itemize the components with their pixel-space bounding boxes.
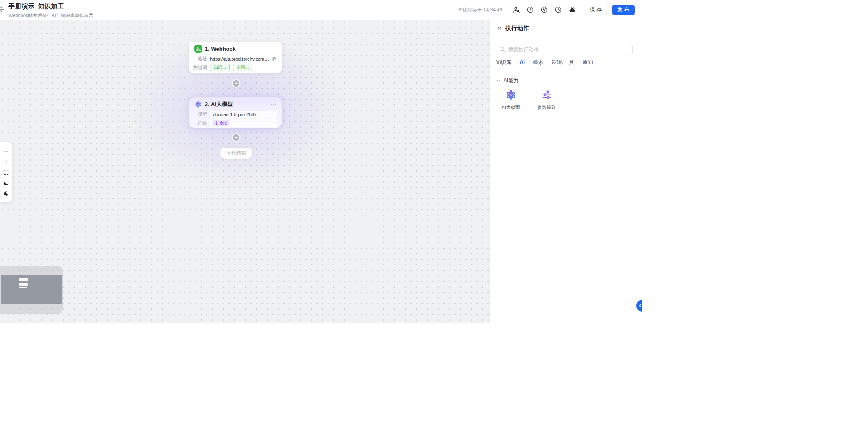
minimap-node xyxy=(19,278,28,281)
action-search[interactable] xyxy=(496,44,633,55)
action-item-label: 参数提取 xyxy=(537,104,556,111)
question-row: 问题 1. title xyxy=(189,119,277,127)
page-title: 手册演示_知识加工 xyxy=(8,3,93,11)
question-value: 1. title xyxy=(210,119,277,127)
svg-text:AI: AI xyxy=(197,103,199,106)
copy-icon[interactable] xyxy=(272,56,277,61)
zoom-in-icon[interactable] xyxy=(3,158,10,165)
tab-ai[interactable]: AI xyxy=(520,59,525,66)
version-icon[interactable] xyxy=(540,6,548,14)
node-header: 1. Webhook xyxy=(189,42,282,54)
zoom-out-icon[interactable] xyxy=(3,148,10,155)
action-item-ai-model[interactable]: AI AI大模型 xyxy=(496,87,525,112)
node-title: 2. AI大模型 xyxy=(205,101,268,108)
action-item-list: AI AI大模型 参数提取 xyxy=(496,87,561,112)
keyword-label: 关键词 xyxy=(189,64,207,71)
address-row: 地址 https://ais.prod.torchv.com/kb/web... xyxy=(189,55,277,62)
close-icon[interactable] xyxy=(496,25,502,31)
save-button[interactable]: 保 存 xyxy=(584,5,608,15)
model-label: 模型 xyxy=(189,111,207,117)
action-item-parameter-extract[interactable]: 参数提取 xyxy=(532,87,561,112)
workflow-editor-window: 手册演示_知识加工 Webhook触发后执行AI与知识库动作演示 草稿保存于 1… xyxy=(0,0,642,323)
fit-view-icon[interactable] xyxy=(3,169,10,176)
keyword-tag: 文档... xyxy=(233,64,252,71)
search-icon xyxy=(500,47,506,53)
tab-logic-tools[interactable]: 逻辑/工具 xyxy=(552,59,574,66)
run-history-icon[interactable] xyxy=(554,6,562,14)
keyword-tag: 知识... xyxy=(210,64,230,71)
canvas-toolbar xyxy=(0,142,12,202)
node-header: AI 2. AI大模型 ··· xyxy=(189,97,282,109)
topbar-actions: 草稿保存于 14:34:49 保 存 发 布 xyxy=(458,0,635,20)
question-label: 问题 xyxy=(189,120,207,126)
minimap[interactable] xyxy=(0,266,63,314)
more-options-icon[interactable]: ··· xyxy=(271,103,277,106)
add-node-button[interactable]: + xyxy=(233,134,239,141)
chevron-down-icon xyxy=(496,78,501,83)
webhook-url: https://ais.prod.torchv.com/kb/web... xyxy=(210,56,270,61)
parameter-extract-icon xyxy=(540,88,553,101)
section-label: AI能力 xyxy=(504,77,518,84)
panel-title: 执行动作 xyxy=(505,25,529,32)
model-value: doubao-1.5-pro-256k xyxy=(210,111,277,118)
chevron-left-icon xyxy=(638,303,642,309)
dark-mode-icon[interactable] xyxy=(3,190,10,197)
minimap-node xyxy=(19,287,27,288)
webhook-icon xyxy=(194,45,202,53)
svg-text:AI: AI xyxy=(510,93,512,96)
title-block: 手册演示_知识加工 Webhook触发后执行AI与知识库动作演示 xyxy=(8,3,93,19)
keyword-row: 关键词 知识... 文档... xyxy=(189,64,277,71)
minimap-viewport[interactable] xyxy=(1,275,62,304)
node-ai-model[interactable]: AI 2. AI大模型 ··· 模型 doubao-1.5-pro-256k 问… xyxy=(189,97,282,128)
panel-header: 执行动作 xyxy=(490,20,642,37)
tab-notify[interactable]: 通知 xyxy=(582,59,593,66)
action-panel: 执行动作 知识库 AI 检索 逻辑/工具 通知 AI能力 xyxy=(489,20,642,323)
minimap-node xyxy=(19,283,28,286)
tab-knowledge-base[interactable]: 知识库 xyxy=(496,59,512,66)
model-row: 模型 doubao-1.5-pro-256k xyxy=(189,111,277,118)
flow-end-node: 流程结束 xyxy=(220,148,252,159)
section-ai-capability[interactable]: AI能力 xyxy=(496,77,518,84)
user-search-icon[interactable] xyxy=(512,6,520,14)
node-title: 1. Webhook xyxy=(205,46,277,52)
back-arrow-icon[interactable] xyxy=(0,6,5,13)
panel-tabs: 知识库 AI 检索 逻辑/工具 通知 xyxy=(496,59,636,70)
minimap-toggle-icon[interactable] xyxy=(3,179,10,187)
address-label: 地址 xyxy=(189,56,207,62)
node-webhook[interactable]: 1. Webhook 地址 https://ais.prod.torchv.co… xyxy=(189,41,282,73)
draft-save-status: 草稿保存于 14:34:49 xyxy=(458,7,502,13)
top-bar: 手册演示_知识加工 Webhook触发后执行AI与知识库动作演示 草稿保存于 1… xyxy=(0,0,642,20)
page-subtitle: Webhook触发后执行AI与知识库动作演示 xyxy=(8,12,93,19)
workflow-canvas[interactable]: 1. Webhook 地址 https://ais.prod.torchv.co… xyxy=(0,20,489,323)
add-node-button[interactable]: + xyxy=(233,80,239,87)
ai-model-icon: AI xyxy=(504,88,517,101)
tab-search[interactable]: 检索 xyxy=(533,59,543,66)
publish-button[interactable]: 发 布 xyxy=(612,5,635,15)
info-icon[interactable] xyxy=(526,6,534,14)
variable-tag: 1. title xyxy=(213,120,229,126)
search-input[interactable] xyxy=(508,47,629,53)
debug-icon[interactable] xyxy=(568,6,576,14)
action-item-label: AI大模型 xyxy=(501,104,520,111)
ai-model-icon: AI xyxy=(194,101,202,108)
